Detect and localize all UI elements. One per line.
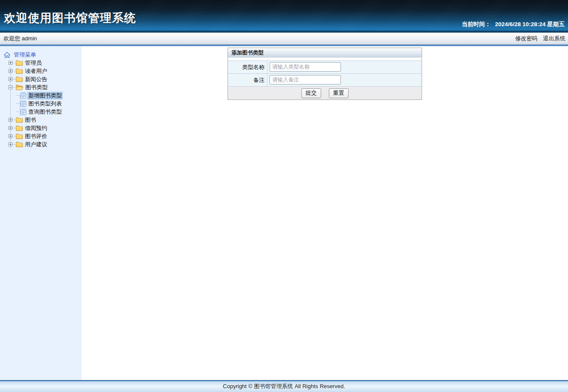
remark-input[interactable] bbox=[270, 75, 341, 84]
copyright-text: Copyright © 图书馆管理系统 All Rights Reserved. bbox=[223, 383, 345, 389]
sidebar-item-add-book-type[interactable]: 新增图书类型 bbox=[3, 91, 82, 100]
expand-toggle-icon[interactable] bbox=[9, 126, 12, 130]
document-icon bbox=[21, 93, 26, 99]
sidebar-item-label[interactable]: 借阅预约 bbox=[24, 124, 48, 132]
body: 管理菜单 管理员 读者用户 bbox=[0, 46, 568, 380]
folder-icon bbox=[16, 76, 23, 82]
remark-cell bbox=[267, 74, 422, 86]
document-icon bbox=[21, 109, 26, 115]
folder-icon bbox=[16, 125, 23, 131]
form-title: 添加图书类型 bbox=[228, 48, 422, 57]
tree-dots bbox=[12, 63, 15, 63]
current-time: 当前时间：2024/6/28 10:28:24 星期五 bbox=[462, 21, 565, 28]
app-header: 欢迎使用图书馆管理系统 当前时间：2024/6/28 10:28:24 星期五 bbox=[0, 0, 568, 33]
home-icon bbox=[4, 52, 10, 58]
page: 欢迎使用图书馆管理系统 当前时间：2024/6/28 10:28:24 星期五 … bbox=[0, 0, 568, 392]
sidebar-item-label[interactable]: 图书类型 bbox=[24, 84, 49, 91]
tree-dots bbox=[12, 120, 15, 120]
reset-button[interactable]: 重置 bbox=[329, 88, 349, 98]
form-row-remark: 备注 bbox=[228, 73, 422, 86]
expand-toggle-icon[interactable] bbox=[9, 118, 12, 122]
sidebar-item-label[interactable]: 新增图书类型 bbox=[27, 92, 63, 100]
form-row-type-name: 类型名称 bbox=[228, 60, 422, 73]
tree-dots bbox=[12, 79, 15, 79]
sidebar-item-label[interactable]: 管理员 bbox=[24, 59, 43, 67]
submit-button[interactable]: 提交 bbox=[301, 88, 321, 98]
tree-dots bbox=[12, 144, 15, 145]
tree-root-menu[interactable]: 管理菜单 bbox=[3, 51, 82, 59]
sidebar-item-books[interactable]: 图书 bbox=[3, 116, 82, 124]
tree-dots bbox=[16, 112, 20, 112]
main-content: 添加图书类型 类型名称 备注 提交 重置 bbox=[82, 46, 568, 380]
sidebar-item-label[interactable]: 查询图书类型 bbox=[27, 108, 63, 116]
sidebar-item-book-type-list[interactable]: 图书类型列表 bbox=[3, 100, 82, 108]
expand-toggle-icon[interactable] bbox=[9, 134, 12, 138]
current-time-value: 2024/6/28 10:28:24 星期五 bbox=[495, 21, 565, 27]
welcome-text: 欢迎您 admin bbox=[0, 35, 37, 42]
expand-toggle-icon[interactable] bbox=[9, 142, 12, 146]
folder-icon bbox=[16, 142, 23, 147]
folder-icon bbox=[16, 68, 23, 74]
sidebar-item-user-suggestions[interactable]: 用户建议 bbox=[3, 140, 82, 148]
document-icon bbox=[21, 101, 26, 107]
expand-toggle-icon[interactable] bbox=[9, 69, 12, 73]
welcome-bar: 欢迎您 admin 修改密码 退出系统 bbox=[0, 33, 568, 45]
footer: Copyright © 图书馆管理系统 All Rights Reserved. bbox=[0, 380, 568, 392]
type-name-label: 类型名称 bbox=[228, 61, 267, 73]
welcome-bar-actions: 修改密码 退出系统 bbox=[515, 35, 568, 42]
form-spacer bbox=[228, 57, 422, 60]
sidebar-item-label[interactable]: 图书评价 bbox=[24, 133, 48, 140]
sidebar-item-label[interactable]: 用户建议 bbox=[24, 141, 48, 148]
sidebar-item-borrow-reserve[interactable]: 借阅预约 bbox=[3, 124, 82, 132]
folder-icon bbox=[16, 60, 23, 66]
tree-dots bbox=[12, 128, 15, 128]
type-name-cell bbox=[267, 61, 422, 73]
tree-dots bbox=[16, 103, 20, 104]
add-book-type-form: 添加图书类型 类型名称 备注 提交 重置 bbox=[228, 48, 422, 100]
folder-icon bbox=[16, 133, 23, 139]
tree-dots bbox=[12, 71, 15, 71]
open-folder-icon bbox=[16, 84, 23, 90]
collapse-toggle-icon[interactable] bbox=[9, 85, 12, 89]
change-password-link[interactable]: 修改密码 bbox=[515, 35, 538, 42]
sidebar-item-book-types[interactable]: 图书类型 bbox=[3, 83, 82, 91]
sidebar-item-book-reviews[interactable]: 图书评价 bbox=[3, 132, 82, 140]
expand-toggle-icon[interactable] bbox=[9, 77, 12, 81]
tree-root-label[interactable]: 管理菜单 bbox=[13, 51, 37, 59]
folder-icon bbox=[16, 117, 23, 123]
sidebar: 管理菜单 管理员 读者用户 bbox=[0, 46, 82, 380]
sidebar-item-admins[interactable]: 管理员 bbox=[3, 59, 82, 67]
current-time-label: 当前时间： bbox=[462, 21, 491, 27]
sidebar-item-label[interactable]: 读者用户 bbox=[24, 67, 48, 75]
sidebar-item-label[interactable]: 图书类型列表 bbox=[27, 100, 63, 108]
sidebar-item-news[interactable]: 新闻公告 bbox=[3, 75, 82, 83]
sidebar-item-search-book-type[interactable]: 查询图书类型 bbox=[3, 108, 82, 116]
sidebar-item-label[interactable]: 图书 bbox=[24, 116, 37, 124]
logout-link[interactable]: 退出系统 bbox=[543, 35, 565, 42]
tree-dots bbox=[16, 95, 20, 96]
app-title: 欢迎使用图书馆管理系统 bbox=[4, 10, 136, 26]
menu-tree: 管理菜单 管理员 读者用户 bbox=[3, 51, 82, 148]
expand-toggle-icon[interactable] bbox=[9, 61, 12, 65]
type-name-input[interactable] bbox=[270, 62, 341, 72]
form-actions: 提交 重置 bbox=[228, 86, 422, 100]
remark-label: 备注 bbox=[228, 74, 267, 86]
sidebar-item-label[interactable]: 新闻公告 bbox=[24, 75, 48, 83]
tree-dots bbox=[12, 87, 15, 87]
sidebar-item-readers[interactable]: 读者用户 bbox=[3, 67, 82, 75]
tree-dots bbox=[12, 136, 15, 136]
